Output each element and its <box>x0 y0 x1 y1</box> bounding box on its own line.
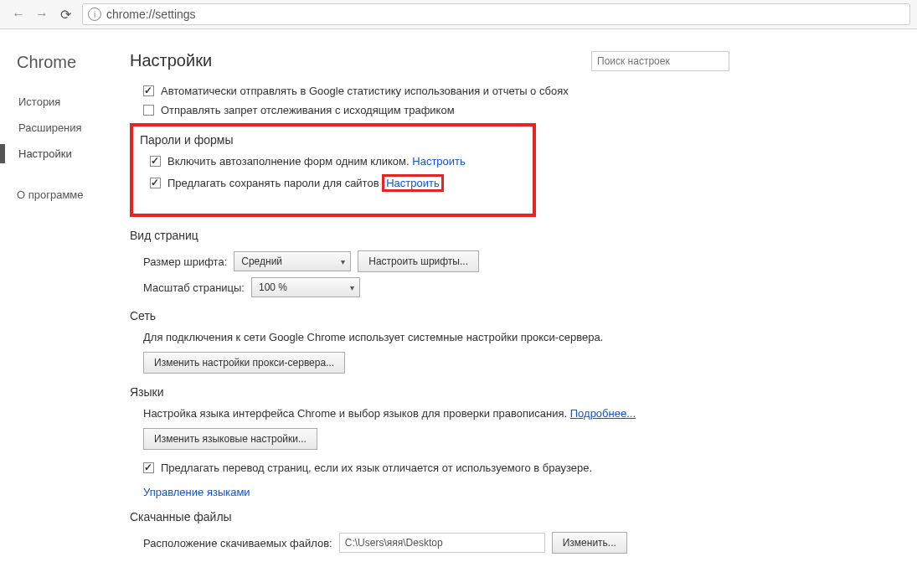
label-savepw: Предлагать сохранять пароли для сайтов <box>167 177 379 189</box>
sidebar-item-history[interactable]: История <box>17 90 130 113</box>
languages-desc: Настройка языка интерфейса Chrome и выбо… <box>143 407 567 420</box>
label-dnt: Отправлять запрет отслеживания с исходящ… <box>161 104 455 116</box>
link-languages-more[interactable]: Подробнее... <box>570 407 636 420</box>
button-proxy-settings[interactable]: Изменить настройки прокси-сервера... <box>143 352 345 374</box>
button-customize-fonts[interactable]: Настроить шрифты... <box>358 250 479 272</box>
browser-toolbar: ← → ⟳ i chrome://settings <box>0 0 917 29</box>
brand-label: Chrome <box>17 53 130 72</box>
sidebar-item-about[interactable]: О программе <box>17 188 130 201</box>
checkbox-send-stats[interactable] <box>143 85 154 96</box>
sidebar-item-settings[interactable]: Настройки <box>17 142 130 165</box>
forward-button[interactable]: → <box>30 3 54 26</box>
sidebar: Chrome История Расширения Настройки О пр… <box>0 29 130 588</box>
highlight-passwords-section: Пароли и формы Включить автозаполнение ф… <box>130 123 536 217</box>
reload-button[interactable]: ⟳ <box>54 3 77 26</box>
label-download-location: Расположение скачиваемых файлов: <box>143 537 332 549</box>
label-fontsize: Размер шрифта: <box>143 255 227 268</box>
section-languages: Языки Настройка языка интерфейса Chrome … <box>130 385 900 498</box>
section-heading-passwords: Пароли и формы <box>140 133 526 147</box>
section-webcontent: Вид страниц Размер шрифта: Средний Настр… <box>130 229 900 297</box>
input-download-location[interactable]: C:\Users\яяя\Desktop <box>339 533 545 553</box>
label-send-stats: Автоматически отправлять в Google статис… <box>161 85 569 97</box>
row-autofill[interactable]: Включить автозаполнение форм одним клико… <box>150 155 526 168</box>
row-savepw[interactable]: Предлагать сохранять пароли для сайтов Н… <box>150 174 526 192</box>
link-manage-languages[interactable]: Управление языками <box>143 486 250 498</box>
checkbox-dnt[interactable] <box>143 105 154 116</box>
label-zoom: Масштаб страницы: <box>143 281 245 294</box>
link-savepw-settings[interactable]: Настроить <box>386 177 440 189</box>
label-autofill: Включить автозаполнение форм одним клико… <box>167 155 410 168</box>
main-panel: Настройки Автоматически отправлять в Goo… <box>130 29 917 588</box>
checkbox-savepw[interactable] <box>150 178 161 188</box>
label-translate: Предлагать перевод страниц, если их язык… <box>161 462 592 474</box>
section-heading-languages: Языки <box>130 385 900 399</box>
section-heading-network: Сеть <box>130 309 900 322</box>
address-bar[interactable]: i chrome://settings <box>82 3 910 25</box>
link-autofill-settings[interactable]: Настроить <box>412 155 466 168</box>
button-language-settings[interactable]: Изменить языковые настройки... <box>143 428 317 450</box>
search-settings-input[interactable] <box>591 51 729 71</box>
sidebar-item-extensions[interactable]: Расширения <box>17 116 130 139</box>
row-translate[interactable]: Предлагать перевод страниц, если их язык… <box>143 462 900 474</box>
section-heading-webcontent: Вид страниц <box>130 229 900 242</box>
section-network: Сеть Для подключения к сети Google Chrom… <box>130 309 900 374</box>
section-heading-downloads: Скачанные файлы <box>130 510 900 524</box>
row-send-stats[interactable]: Автоматически отправлять в Google статис… <box>143 85 900 97</box>
checkbox-translate[interactable] <box>143 462 154 473</box>
back-button[interactable]: ← <box>7 3 30 26</box>
button-change-download-location[interactable]: Изменить... <box>552 532 627 554</box>
page-title: Настройки <box>130 51 212 70</box>
checkbox-autofill[interactable] <box>150 156 161 167</box>
site-info-icon[interactable]: i <box>88 8 101 21</box>
network-desc: Для подключения к сети Google Chrome исп… <box>143 331 900 343</box>
highlight-savepw-link: Настроить <box>382 174 444 192</box>
select-fontsize[interactable]: Средний <box>234 251 351 271</box>
url-text: chrome://settings <box>106 8 196 21</box>
section-downloads: Скачанные файлы Расположение скачиваемых… <box>130 510 900 554</box>
row-dnt[interactable]: Отправлять запрет отслеживания с исходящ… <box>143 104 900 116</box>
select-zoom[interactable]: 100 % <box>251 277 360 297</box>
